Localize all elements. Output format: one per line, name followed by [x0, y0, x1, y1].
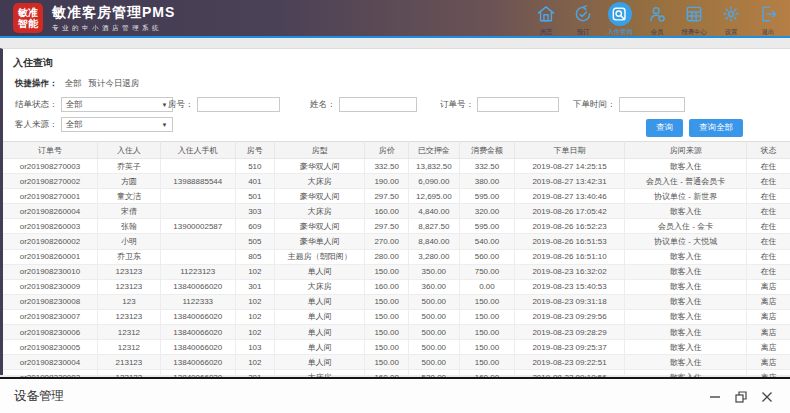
nav-item-checkin-query[interactable]: 入住查询: [601, 2, 638, 37]
table-row[interactable]: or2019082300081231122333102单人间150.00500.…: [3, 294, 790, 309]
table-cell: 大床房: [274, 279, 365, 294]
table-cell: 123123: [97, 309, 160, 324]
table-row[interactable]: or20190823000421312313840066020102单人间150…: [3, 355, 790, 370]
nav-item-logout[interactable]: 退出: [749, 2, 786, 37]
search-icon: [608, 2, 632, 26]
table-cell: 500.00: [408, 294, 459, 309]
table-cell: 102: [235, 355, 274, 370]
table-row[interactable]: or20190823000712312313840066020102单人间150…: [3, 309, 790, 324]
table-cell: or201908230008: [3, 294, 97, 309]
table-cell: 宋倩: [97, 204, 160, 219]
quick-op-link-1[interactable]: 预计今日退房: [89, 78, 140, 88]
top-nav: 房态预订入住查询会员报表中心设置退出: [527, 2, 786, 37]
nav-item-room-status[interactable]: 房态: [527, 2, 564, 37]
table-cell: 102: [235, 325, 274, 340]
logout-icon: [756, 2, 780, 26]
table-cell: 主题房（朝阳阁）: [274, 249, 365, 264]
table-cell: or201908230006: [3, 325, 97, 340]
table-row[interactable]: or2019082300051231213840066020103单人间150.…: [3, 340, 790, 355]
table-row[interactable]: or201908270003乔英子510豪华双人间332.5013,832.50…: [3, 159, 790, 174]
table-cell: 500.00: [408, 340, 459, 355]
table-cell: 0.00: [459, 279, 514, 294]
table-cell: 150.00: [365, 264, 408, 279]
room-no-label: 房号：: [168, 99, 194, 111]
table-cell: 303: [235, 204, 274, 219]
table-header-row: 订单号入住人入住人手机房号房型房价已交押金消费金额下单日期房间来源状态: [3, 142, 790, 159]
table-cell: 102: [235, 294, 274, 309]
table-row[interactable]: or201908260002小明505豪华单人间270.008,840.0054…: [3, 234, 790, 249]
order-status-select[interactable]: 全部 ▼: [61, 97, 173, 112]
quick-op-link-0[interactable]: 全部: [65, 78, 82, 88]
table-cell: 单人间: [274, 355, 365, 370]
table-cell: 散客入住: [625, 340, 747, 355]
table-cell: 离店: [747, 294, 790, 309]
column-header: 已交押金: [408, 142, 459, 159]
room-no-input[interactable]: [197, 97, 280, 112]
column-header: 入住人: [97, 142, 160, 159]
table-cell: 123123: [97, 279, 160, 294]
table-cell: 500.00: [408, 309, 459, 324]
nav-item-member[interactable]: 会员: [638, 2, 675, 37]
column-header: 下单日期: [514, 142, 624, 159]
table-cell: or201908230005: [3, 340, 97, 355]
table-cell: 13840066020: [160, 279, 235, 294]
table-cell: 102: [235, 264, 274, 279]
table-cell: 离店: [747, 325, 790, 340]
table-cell: 595.00: [459, 219, 514, 234]
nav-item-label: 房态: [539, 28, 552, 37]
table-cell: 12312: [97, 340, 160, 355]
table-cell: 13840066020: [160, 340, 235, 355]
restore-window-button[interactable]: [728, 384, 754, 410]
table-cell: 2019-08-27 14:25:15: [514, 159, 624, 174]
main-panel: 入住查询 快捷操作： 全部预计今日退房 结单状态： 全部 ▼ 客人来源： 全部 …: [0, 48, 790, 375]
table-cell: 13840066020: [160, 325, 235, 340]
nav-item-report-center[interactable]: 报表中心: [675, 2, 712, 37]
table-cell: 609: [235, 219, 274, 234]
table-cell: [160, 189, 235, 204]
minimize-button[interactable]: [702, 384, 728, 410]
search-all-button[interactable]: 查询全部: [689, 119, 743, 137]
table-cell: 单人间: [274, 340, 365, 355]
table-cell: 在住: [747, 159, 790, 174]
table-row[interactable]: or201908260001乔卫东805主题房（朝阳阁）280.003,280.…: [3, 249, 790, 264]
table-cell: 离店: [747, 340, 790, 355]
table-cell: 协议单位 - 大悦城: [625, 234, 747, 249]
table-row[interactable]: or20190823001012312311223123102单人间150.00…: [3, 264, 790, 279]
name-input[interactable]: [339, 97, 417, 112]
table-cell: or201908230010: [3, 264, 97, 279]
close-button[interactable]: [754, 384, 780, 410]
table-row[interactable]: or201908270002方圆13988885544401大床房190.006…: [3, 174, 790, 189]
nav-item-booking[interactable]: 预订: [564, 2, 601, 37]
table-row[interactable]: or201908260003张翰13900002587609豪华双人间297.5…: [3, 219, 790, 234]
table-cell: 大床房: [274, 174, 365, 189]
table-cell: 750.00: [459, 264, 514, 279]
order-time-input[interactable]: [619, 97, 685, 112]
table-row[interactable]: or2019082300061231213840066020102单人间150.…: [3, 325, 790, 340]
table-cell: 2019-08-23 15:40:53: [514, 279, 624, 294]
member-icon: [645, 2, 669, 26]
table-cell: 散客入住: [625, 249, 747, 264]
table-cell: 在住: [747, 189, 790, 204]
table-cell: 213123: [97, 355, 160, 370]
table-cell: 150.00: [365, 340, 408, 355]
table-row[interactable]: or201908270001童文洁501豪华双人间297.5012,695.00…: [3, 189, 790, 204]
table-cell: 13900002587: [160, 219, 235, 234]
app-header: 敏准 智能 敏准客房管理PMS 专业的中小酒店管理系统 房态预订入住查询会员报表…: [0, 0, 790, 38]
nav-item-settings[interactable]: 设置: [712, 2, 749, 37]
table-cell: 在住: [747, 234, 790, 249]
table-cell: 协议单位 - 新世界: [625, 189, 747, 204]
table-cell: 散客入住: [625, 279, 747, 294]
table-cell: or201908260002: [3, 234, 97, 249]
table-row[interactable]: or201908260004宋倩303大床房160.004,840.00320.…: [3, 204, 790, 219]
table-cell: 805: [235, 249, 274, 264]
table-cell: 350.00: [408, 264, 459, 279]
table-cell: 会员入住 - 金卡: [625, 219, 747, 234]
guest-source-select[interactable]: 全部 ▼: [61, 117, 173, 132]
chevron-down-icon: ▼: [162, 122, 168, 128]
table-row[interactable]: or20190823000912312313840066020301大床房160…: [3, 279, 790, 294]
order-no-input[interactable]: [477, 97, 559, 112]
search-button[interactable]: 查询: [646, 119, 683, 137]
table-cell: 乔卫东: [97, 249, 160, 264]
table-cell: 150.00: [459, 325, 514, 340]
table-cell: 离店: [747, 309, 790, 324]
